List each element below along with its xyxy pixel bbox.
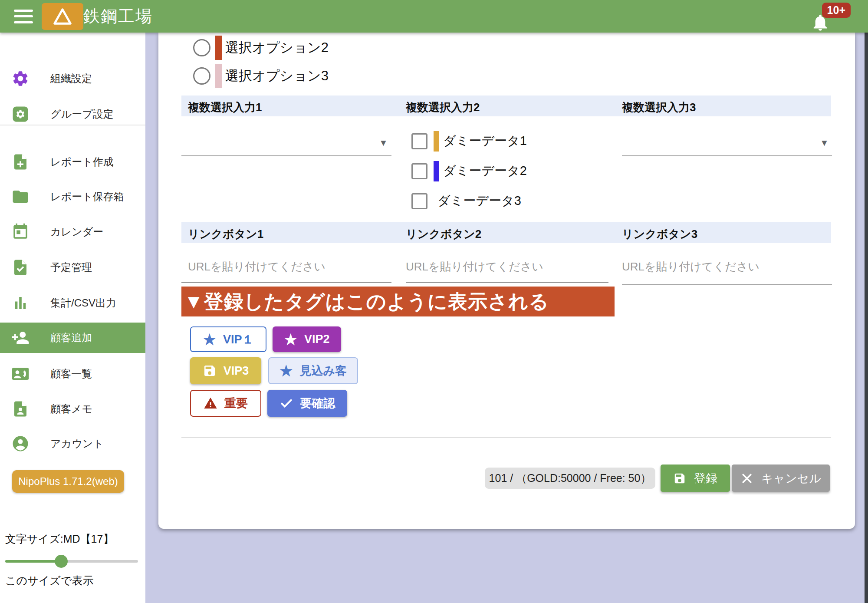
save-icon bbox=[673, 472, 686, 485]
sidebar-item-csv-export[interactable]: 集計/CSV出力 bbox=[0, 285, 145, 320]
multi-select-header-band: 複数選択入力1 複数選択入力2 複数選択入力3 bbox=[181, 96, 831, 116]
cancel-button[interactable]: キャンセル bbox=[732, 465, 830, 492]
sidebar-item-label: アカウント bbox=[50, 437, 104, 451]
tag-label: VIP2 bbox=[304, 333, 330, 346]
sidebar-item-label: レポート保存箱 bbox=[50, 190, 124, 204]
radio-icon[interactable] bbox=[193, 67, 210, 85]
radio-label: 選択オプション2 bbox=[225, 39, 329, 57]
url-input-2[interactable] bbox=[406, 263, 608, 283]
tag-vip2[interactable]: ★ VIP2 bbox=[273, 326, 341, 352]
app-header: 鉄鋼工場 10+ bbox=[0, 0, 868, 33]
option-color-bar bbox=[215, 36, 222, 60]
checkbox-icon[interactable] bbox=[411, 133, 427, 149]
tag-needs-check[interactable]: 要確認 bbox=[267, 390, 347, 417]
account-icon bbox=[11, 435, 30, 453]
checkbox-icon[interactable] bbox=[411, 193, 427, 209]
page-title: 鉄鋼工場 bbox=[83, 5, 153, 27]
radio-icon[interactable] bbox=[193, 39, 210, 56]
sidebar-item-label: 予定管理 bbox=[50, 260, 92, 274]
select-input-1[interactable] bbox=[181, 136, 391, 156]
chevron-down-icon[interactable]: ▼ bbox=[820, 138, 829, 148]
column-header: 複数選択入力2 bbox=[406, 100, 480, 115]
sidebar-item-label: カレンダー bbox=[50, 225, 103, 239]
chevron-down-icon[interactable]: ▼ bbox=[379, 138, 388, 148]
sidebar-item-label: 顧客追加 bbox=[50, 331, 92, 345]
url-input-3[interactable] bbox=[622, 265, 832, 285]
bar-chart-icon bbox=[11, 294, 30, 312]
sidebar-item-label: 集計/CSV出力 bbox=[50, 296, 116, 310]
sidebar-item-account[interactable]: アカウント bbox=[0, 426, 145, 461]
hamburger-menu-icon[interactable] bbox=[14, 10, 33, 23]
tag-important[interactable]: 重要 bbox=[190, 390, 261, 417]
sidebar-item-customer-memo[interactable]: 顧客メモ bbox=[0, 391, 145, 426]
save-button-label: 登録 bbox=[694, 471, 717, 486]
folder-icon bbox=[11, 188, 30, 206]
tag-label: VIP１ bbox=[223, 332, 254, 347]
cancel-button-label: キャンセル bbox=[761, 471, 821, 486]
doc-person-icon bbox=[11, 400, 30, 418]
radio-option-2[interactable]: 選択オプション2 bbox=[193, 35, 329, 60]
option-color-bar bbox=[215, 64, 222, 88]
star-icon: ★ bbox=[203, 332, 216, 347]
star-icon: ★ bbox=[279, 363, 293, 378]
group-gear-icon bbox=[11, 105, 30, 123]
column-header: リンクボタン3 bbox=[622, 227, 697, 242]
tag-label: VIP3 bbox=[224, 364, 249, 378]
quota-counter: 101 / （GOLD:50000 / Free: 50） bbox=[485, 468, 655, 489]
sidebar-divider bbox=[0, 125, 145, 125]
notification-badge: 10+ bbox=[822, 3, 851, 18]
checkbox-label: ダミーデータ3 bbox=[437, 192, 521, 210]
gear-icon bbox=[11, 69, 30, 88]
star-icon: ★ bbox=[284, 332, 297, 347]
tag-vip1[interactable]: ★ VIP１ bbox=[190, 326, 266, 352]
sidebar-item-schedule[interactable]: 予定管理 bbox=[0, 250, 145, 285]
sidebar: 組織設定 グループ設定 レポート作成 レポート保存箱 カレンダー bbox=[0, 33, 145, 603]
calendar-icon bbox=[11, 223, 30, 241]
sidebar-item-group-settings[interactable]: グループ設定 bbox=[0, 96, 145, 132]
radio-label: 選択オプション3 bbox=[225, 67, 329, 85]
triangle-logo-icon bbox=[51, 5, 74, 28]
font-size-slider[interactable] bbox=[5, 554, 138, 569]
tag-prospect[interactable]: ★ 見込み客 bbox=[268, 357, 358, 384]
warning-icon bbox=[204, 396, 217, 410]
version-button[interactable]: NipoPlus 1.71.2(web) bbox=[12, 470, 124, 493]
slider-thumb[interactable] bbox=[55, 555, 68, 568]
sidebar-item-label: 顧客一覧 bbox=[50, 367, 92, 381]
sidebar-item-calendar[interactable]: カレンダー bbox=[0, 214, 145, 249]
sidebar-item-report-create[interactable]: レポート作成 bbox=[0, 144, 145, 179]
radio-option-3[interactable]: 選択オプション3 bbox=[193, 63, 329, 89]
checkbox-item-1[interactable]: ダミーデータ1 bbox=[411, 129, 527, 153]
tag-label: 要確認 bbox=[300, 395, 335, 411]
save-button[interactable]: 登録 bbox=[661, 465, 730, 492]
url-input-1[interactable] bbox=[181, 263, 391, 283]
select-input-3[interactable] bbox=[622, 136, 832, 156]
tag-label: 重要 bbox=[224, 395, 248, 411]
tag-preview-banner: ▼登録したタグはこのように表示される bbox=[181, 287, 615, 316]
tag-label: 見込み客 bbox=[299, 363, 347, 379]
checkbox-item-2[interactable]: ダミーデータ2 bbox=[411, 159, 527, 183]
sidebar-item-customer-list[interactable]: 顧客一覧 bbox=[0, 356, 145, 391]
column-header: リンクボタン2 bbox=[406, 227, 481, 242]
item-color-bar bbox=[434, 131, 439, 152]
notification-area[interactable]: 10+ bbox=[803, 2, 851, 32]
checkbox-item-3[interactable]: ダミーデータ3 bbox=[411, 189, 521, 213]
sidebar-item-label: 組織設定 bbox=[50, 72, 92, 86]
checkbox-icon[interactable] bbox=[411, 163, 427, 179]
check-icon bbox=[279, 396, 293, 410]
link-button-header-band: リンクボタン1 リンクボタン2 リンクボタン3 bbox=[181, 222, 831, 243]
sidebar-item-label: レポート作成 bbox=[50, 155, 114, 169]
font-size-note: このサイズで表示 bbox=[5, 573, 94, 588]
column-header: リンクボタン1 bbox=[188, 227, 263, 242]
item-color-bar bbox=[434, 161, 439, 181]
contacts-icon bbox=[11, 365, 30, 383]
person-add-icon bbox=[11, 329, 30, 347]
sidebar-item-org-settings[interactable]: 組織設定 bbox=[0, 61, 145, 96]
sidebar-item-customer-add[interactable]: 顧客追加 bbox=[0, 323, 145, 353]
doc-check-icon bbox=[11, 258, 30, 277]
app-logo[interactable] bbox=[42, 3, 83, 30]
font-size-label: 文字サイズ:MD【17】 bbox=[5, 532, 114, 546]
sidebar-item-label: グループ設定 bbox=[50, 107, 114, 121]
doc-add-icon bbox=[11, 153, 30, 171]
sidebar-item-report-box[interactable]: レポート保存箱 bbox=[0, 179, 145, 214]
tag-vip3[interactable]: VIP3 bbox=[190, 357, 261, 384]
